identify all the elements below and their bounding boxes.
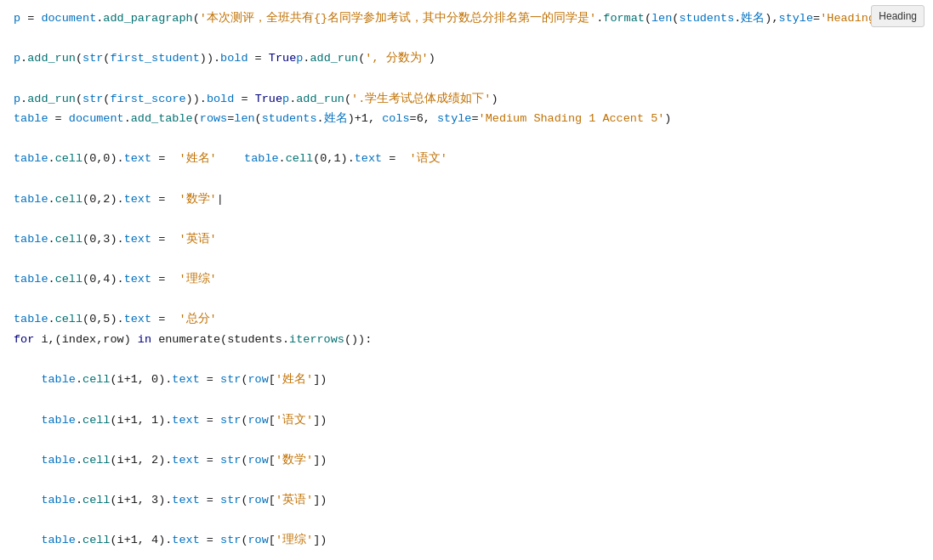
code-line: table.cell(0,3).text = '英语' <box>14 229 919 250</box>
code-line: table.cell(0,4).text = '理综' <box>14 269 919 290</box>
code-line: p = document.add_paragraph('本次测评，全班共有{}名… <box>14 8 919 29</box>
code-line: table.cell(i+1, 3).text = str(row['英语']) <box>14 490 919 511</box>
code-line: table.cell(i+1, 2).text = str(row['数学']) <box>14 450 919 471</box>
code-line <box>14 129 919 150</box>
code-line <box>14 470 919 490</box>
code-line: p.add_run(str(first_student)).bold = Tru… <box>14 48 919 69</box>
code-line: table.cell(0,2).text = '数学'| <box>14 189 919 210</box>
code-line <box>14 551 919 560</box>
code-line: table.cell(i+1, 1).text = str(row['语文']) <box>14 410 919 431</box>
code-line <box>14 511 919 531</box>
code-line <box>14 390 919 410</box>
code-line: for i,(index,row) in enumerate(students.… <box>14 330 919 350</box>
code-line: table.cell(i+1, 4).text = str(row['理综']) <box>14 530 919 551</box>
code-line: p.add_run(str(first_score)).bold = Truep… <box>14 89 919 110</box>
code-line <box>14 430 919 450</box>
code-container: p = document.add_paragraph('本次测评，全班共有{}名… <box>14 8 919 560</box>
code-line <box>14 250 919 270</box>
code-line <box>14 29 919 49</box>
code-line <box>14 69 919 89</box>
code-editor: Heading p = document.add_paragraph('本次测评… <box>0 0 933 560</box>
code-line <box>14 350 919 371</box>
code-line <box>14 209 919 229</box>
code-line: table = document.add_table(rows=len(stud… <box>14 109 919 129</box>
heading-badge: Heading <box>871 5 924 27</box>
code-line: table.cell(i+1, 0).text = str(row['姓名']) <box>14 370 919 390</box>
code-line: table.cell(0,5).text = '总分' <box>14 309 919 330</box>
code-line <box>14 290 919 310</box>
code-line <box>14 169 919 189</box>
code-line: table.cell(0,0).text = '姓名' table.cell(0… <box>14 149 919 169</box>
